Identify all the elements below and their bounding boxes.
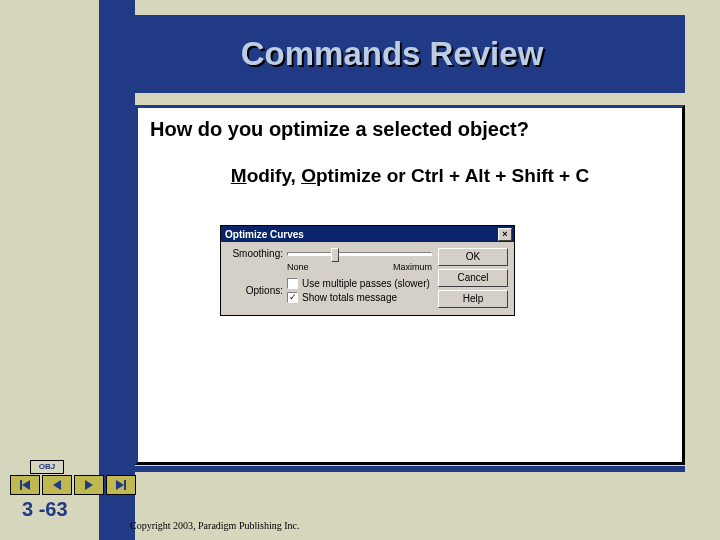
dialog-body: Smoothing: None Maximum Options: Use mul…	[221, 242, 514, 315]
mnemonic-o: O	[301, 165, 316, 186]
question-text: How do you optimize a selected object?	[150, 118, 670, 141]
triangle-right-icon	[85, 480, 93, 490]
smoothing-label: Smoothing:	[227, 248, 283, 259]
close-icon[interactable]: ×	[498, 228, 512, 241]
first-button[interactable]	[10, 475, 40, 495]
title-banner: Commands Review	[99, 15, 685, 93]
help-button[interactable]: Help	[438, 290, 508, 308]
options-label: Options:	[227, 285, 283, 296]
use-multiple-row[interactable]: Use multiple passes (slower)	[287, 278, 432, 289]
triangle-left-icon	[53, 480, 61, 490]
show-totals-label: Show totals message	[302, 292, 397, 303]
smoothing-slider[interactable]	[287, 252, 432, 256]
dialog-titlebar: Optimize Curves ×	[221, 226, 514, 242]
use-multiple-checkbox[interactable]	[287, 278, 298, 289]
prev-button[interactable]	[42, 475, 72, 495]
mnemonic-m: M	[231, 165, 247, 186]
dialog-right: OK Cancel Help	[438, 248, 508, 309]
cancel-button[interactable]: Cancel	[438, 269, 508, 287]
bar-icon	[124, 480, 126, 490]
answer-text: Modify, Optimize or Ctrl + Alt + Shift +…	[150, 165, 670, 187]
slide: Commands Review How do you optimize a se…	[0, 0, 720, 540]
slider-max: Maximum	[393, 262, 432, 272]
copyright-text: Copyright 2003, Paradigm Publishing Inc.	[130, 520, 299, 531]
slide-title: Commands Review	[241, 35, 544, 73]
triangle-right-icon	[116, 480, 124, 490]
ok-button[interactable]: OK	[438, 248, 508, 266]
last-button[interactable]	[106, 475, 136, 495]
optimize-curves-dialog: Optimize Curves × Smoothing: None Maximu…	[220, 225, 515, 316]
next-button[interactable]	[74, 475, 104, 495]
show-totals-row[interactable]: ✓ Show totals message	[287, 292, 432, 303]
show-totals-checkbox[interactable]: ✓	[287, 292, 298, 303]
obj-button[interactable]: OBJ	[30, 460, 64, 474]
use-multiple-label: Use multiple passes (slower)	[302, 278, 430, 289]
slider-thumb[interactable]	[331, 248, 339, 262]
slider-minmax: None Maximum	[287, 262, 432, 272]
blue-strip-bottom	[99, 466, 685, 472]
slider-min: None	[287, 262, 309, 272]
nav-bar	[10, 475, 136, 495]
page-number: 3 -63	[22, 498, 68, 521]
dialog-left: Smoothing: None Maximum Options: Use mul…	[227, 248, 432, 309]
triangle-left-icon	[22, 480, 30, 490]
dialog-title: Optimize Curves	[225, 229, 304, 240]
